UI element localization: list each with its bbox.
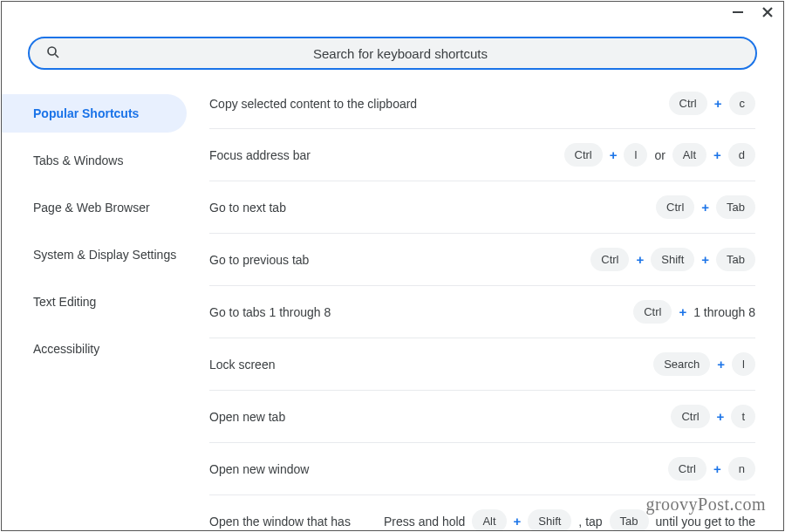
shortcut-row: Open the window that hasPress and holdAl… (209, 495, 755, 530)
key-cap: Ctrl (668, 457, 706, 481)
svg-line-4 (55, 54, 58, 58)
shortcut-label: Go to next tab (209, 201, 656, 215)
key-cap: d (728, 143, 755, 167)
shortcut-label: Copy selected content to the clipboard (209, 97, 669, 111)
shortcut-row: Open new tabCtrl+t (209, 391, 755, 443)
shortcut-label: Focus address bar (209, 148, 564, 162)
key-cap: Ctrl (564, 143, 603, 167)
sidebar-item-label: Accessibility (33, 342, 99, 356)
plain-text: until you get to the (656, 515, 755, 529)
plus-icon: + (713, 461, 721, 476)
plain-text: 1 through 8 (693, 305, 755, 319)
key-cap: l (624, 143, 647, 167)
sidebar-item-label: Tabs & Windows (33, 153, 123, 167)
plain-text: Press and hold (384, 515, 465, 529)
shortcut-combo: Ctrl+c (669, 92, 755, 115)
shortcut-label: Go to previous tab (209, 253, 590, 267)
shortcut-combo: Ctrl+n (668, 457, 755, 481)
plus-icon: + (717, 357, 725, 372)
shortcut-label: Open the window that has (209, 515, 384, 529)
sidebar-item-label: System & Display Settings (33, 248, 176, 262)
key-cap: n (728, 457, 755, 481)
key-cap: Search (653, 352, 710, 376)
sidebar-item-label: Popular Shortcuts (33, 106, 139, 120)
sidebar-item-page-web-browser[interactable]: Page & Web Browser (2, 188, 187, 227)
shortcut-label: Lock screen (209, 358, 653, 372)
key-cap: Ctrl (669, 92, 707, 115)
plus-icon: + (701, 252, 709, 267)
search-placeholder: Search for keyboard shortcuts (61, 46, 740, 61)
svg-point-3 (48, 47, 56, 55)
shortcut-list: Copy selected content to the clipboardCt… (192, 91, 783, 530)
shortcut-row: Go to next tabCtrl+Tab (209, 181, 755, 234)
key-cap: Tab (610, 509, 649, 530)
minimize-icon[interactable] (731, 5, 745, 19)
key-cap: Shift (528, 509, 571, 530)
shortcut-label: Open new window (209, 462, 668, 476)
key-cap: c (729, 92, 756, 115)
key-cap: Shift (651, 248, 694, 271)
close-icon[interactable] (761, 5, 775, 19)
key-cap: Tab (716, 248, 755, 271)
shortcut-row: Lock screenSearch+l (209, 338, 755, 391)
key-cap: t (731, 405, 755, 428)
sidebar-item-text-editing[interactable]: Text Editing (2, 283, 187, 321)
shortcut-combo: Ctrl+Tab (656, 195, 755, 219)
key-cap: Ctrl (656, 195, 694, 219)
plus-icon: + (713, 147, 721, 162)
shortcut-row: Go to tabs 1 through 8Ctrl+1 through 8 (209, 286, 755, 338)
plus-icon: + (701, 200, 709, 215)
sidebar: Popular ShortcutsTabs & WindowsPage & We… (2, 91, 192, 530)
shortcut-row: Go to previous tabCtrl+Shift+Tab (209, 234, 755, 286)
or-separator: or (654, 148, 665, 162)
sidebar-item-accessibility[interactable]: Accessibility (2, 330, 187, 368)
plain-text: , tap (578, 515, 602, 529)
plus-icon: + (717, 409, 725, 424)
plus-icon: + (514, 514, 522, 529)
shortcut-row: Copy selected content to the clipboardCt… (209, 91, 755, 129)
plus-icon: + (679, 304, 686, 319)
key-cap: Ctrl (671, 405, 709, 428)
plus-icon: + (636, 252, 644, 267)
key-cap: Ctrl (633, 300, 672, 324)
shortcut-combo: Press and holdAlt+Shift, tapTabuntil you… (384, 509, 755, 530)
key-cap: l (732, 352, 755, 376)
shortcut-combo: Search+l (653, 352, 755, 376)
search-icon (45, 44, 61, 63)
key-cap: Alt (472, 509, 506, 530)
sidebar-item-label: Text Editing (33, 295, 96, 309)
shortcut-row: Focus address barCtrl+lorAlt+d (209, 129, 755, 181)
key-cap: Alt (672, 143, 706, 167)
plus-icon: + (714, 96, 722, 111)
sidebar-item-popular-shortcuts[interactable]: Popular Shortcuts (2, 94, 187, 133)
key-cap: Tab (716, 195, 755, 219)
sidebar-item-label: Page & Web Browser (33, 201, 150, 215)
shortcut-label: Open new tab (209, 410, 671, 424)
plus-icon: + (610, 147, 618, 162)
shortcut-combo: Ctrl+lorAlt+d (564, 143, 756, 167)
sidebar-item-system-display-settings[interactable]: System & Display Settings (2, 235, 187, 274)
shortcut-row: Open new windowCtrl+n (209, 443, 755, 495)
shortcut-combo: Ctrl+1 through 8 (633, 300, 755, 324)
key-cap: Ctrl (590, 248, 629, 271)
shortcut-combo: Ctrl+Shift+Tab (590, 248, 755, 271)
shortcut-label: Go to tabs 1 through 8 (209, 305, 633, 319)
search-input[interactable]: Search for keyboard shortcuts (28, 37, 757, 70)
sidebar-item-tabs-windows[interactable]: Tabs & Windows (2, 141, 187, 180)
shortcut-combo: Ctrl+t (671, 405, 755, 428)
